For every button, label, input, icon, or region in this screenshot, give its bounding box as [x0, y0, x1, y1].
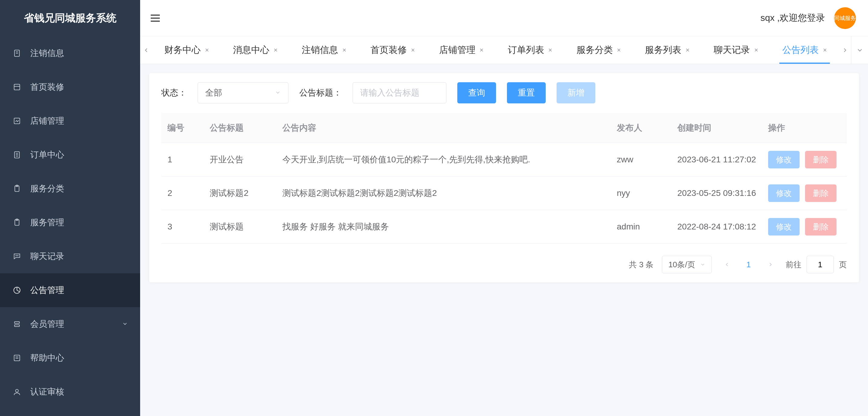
search-button[interactable]: 查询 [457, 82, 496, 103]
sidebar-item[interactable]: 会员管理 [0, 307, 140, 341]
sidebar-item[interactable]: 服务分类 [0, 172, 140, 206]
tab[interactable]: 公告列表× [770, 36, 839, 64]
tab[interactable]: 服务列表× [633, 36, 702, 64]
page-size-text: 10条/页 [668, 259, 695, 270]
tab-label: 公告列表 [782, 44, 819, 56]
main: sqx ,欢迎您登录 同城服务 财务中心×消息中心×注销信息×首页装修×店铺管理… [140, 0, 868, 416]
title-label: 公告标题： [299, 87, 342, 99]
status-select[interactable]: 全部 [198, 82, 288, 103]
cell-publisher[interactable]: zww [611, 143, 671, 177]
clipboard-icon [12, 218, 22, 227]
sidebar-item[interactable]: 帮助中心 [0, 341, 140, 375]
cell-content: 今天开业,到店统一可领价值10元的粽子一个,先到先得,快来抢购吧. [276, 143, 611, 177]
close-icon[interactable]: × [274, 46, 278, 54]
svg-point-16 [18, 255, 18, 256]
title-input[interactable] [360, 88, 439, 98]
goto-label-before: 前往 [786, 260, 801, 269]
status-value: 全部 [205, 87, 222, 99]
tabs-scroll-left[interactable] [140, 36, 152, 64]
tab[interactable]: 服务分类× [564, 36, 633, 64]
close-icon[interactable]: × [685, 46, 689, 54]
sidebar-item-label: 首页装修 [30, 81, 128, 93]
tab-label: 首页装修 [370, 44, 407, 56]
help-icon [12, 353, 22, 363]
th-title: 公告标题 [204, 113, 276, 143]
tabs-bar: 财务中心×消息中心×注销信息×首页装修×店铺管理×订单列表×服务分类×服务列表×… [140, 36, 868, 64]
th-publisher: 发布人 [611, 113, 671, 143]
close-icon[interactable]: × [823, 46, 827, 54]
status-label: 状态： [161, 87, 187, 99]
delete-button[interactable]: 删除 [805, 151, 837, 168]
pagination-total: 共 3 条 [629, 259, 653, 270]
cell-actions: 修改删除 [762, 177, 847, 210]
chart-icon [12, 285, 22, 295]
goto-input[interactable] [807, 256, 834, 273]
tabs-more-menu[interactable] [851, 36, 868, 64]
close-icon[interactable]: × [411, 46, 415, 54]
sidebar-item[interactable]: 公告管理 [0, 273, 140, 307]
sidebar-item-label: 帮助中心 [30, 352, 128, 364]
tab[interactable]: 订单列表× [496, 36, 564, 64]
sidebar: 省钱兄同城服务系统 注销信息首页装修店铺管理订单中心服务分类服务管理聊天记录公告… [0, 0, 140, 416]
sidebar-item-label: 服务管理 [30, 217, 128, 228]
svg-rect-19 [14, 325, 19, 326]
cell-publisher[interactable]: nyy [611, 177, 671, 210]
table-row: 1开业公告今天开业,到店统一可领价值10元的粽子一个,先到先得,快来抢购吧.zw… [161, 143, 847, 177]
svg-point-14 [16, 255, 16, 256]
sidebar-item[interactable]: 聊天记录 [0, 239, 140, 273]
tab-label: 订单列表 [508, 44, 544, 56]
sidebar-item[interactable]: 注销信息 [0, 36, 140, 70]
sidebar-item[interactable]: 认证审核 [0, 375, 140, 409]
app-title: 省钱兄同城服务系统 [0, 0, 140, 36]
sidebar-item[interactable]: 服务管理 [0, 206, 140, 239]
close-icon[interactable]: × [549, 46, 552, 54]
close-icon[interactable]: × [205, 46, 209, 54]
chevron-down-icon [122, 319, 128, 329]
hamburger-icon[interactable] [149, 12, 161, 24]
page-next[interactable] [764, 258, 777, 271]
cell-title: 测试标题 [204, 210, 276, 244]
edit-button[interactable]: 修改 [768, 184, 800, 202]
tab-label: 店铺管理 [439, 44, 475, 56]
close-icon[interactable]: × [342, 46, 346, 54]
tab[interactable]: 消息中心× [221, 36, 290, 64]
sidebar-item[interactable]: 订单中心 [0, 138, 140, 172]
page-number[interactable]: 1 [742, 258, 755, 271]
cell-publisher[interactable]: admin [611, 210, 671, 244]
sidebar-item[interactable]: 店铺管理 [0, 104, 140, 138]
edit-button[interactable]: 修改 [768, 151, 800, 168]
page-prev[interactable] [720, 258, 734, 271]
tab[interactable]: 首页装修× [358, 36, 427, 64]
tab[interactable]: 店铺管理× [427, 36, 496, 64]
th-actions: 操作 [762, 113, 847, 143]
close-icon[interactable]: × [617, 46, 621, 54]
delete-button[interactable]: 删除 [805, 184, 837, 202]
sidebar-item[interactable]: 首页装修 [0, 70, 140, 104]
sidebar-items: 注销信息首页装修店铺管理订单中心服务分类服务管理聊天记录公告管理会员管理帮助中心… [0, 36, 140, 416]
cell-id: 1 [161, 143, 204, 177]
pagination: 共 3 条 10条/页 1 前往 页 [161, 256, 847, 273]
tab[interactable]: 聊天记录× [702, 36, 770, 64]
report-icon [12, 116, 22, 126]
page-size-select[interactable]: 10条/页 [662, 256, 712, 273]
tabs-scroll-right[interactable] [839, 36, 851, 64]
th-content: 公告内容 [276, 113, 611, 143]
tab[interactable]: 财务中心× [152, 36, 221, 64]
page-goto: 前往 页 [786, 256, 847, 273]
doc-icon [12, 48, 22, 58]
close-icon[interactable]: × [754, 46, 758, 54]
tab[interactable]: 注销信息× [290, 36, 358, 64]
delete-button[interactable]: 删除 [805, 218, 837, 236]
cell-id: 2 [161, 177, 204, 210]
close-icon[interactable]: × [480, 46, 484, 54]
avatar[interactable]: 同城服务 [834, 7, 856, 29]
tab-label: 聊天记录 [714, 44, 750, 56]
sidebar-item-label: 注销信息 [30, 47, 128, 59]
th-id: 编号 [161, 113, 204, 143]
add-button[interactable]: 新增 [557, 82, 595, 103]
th-created-at: 创建时间 [671, 113, 762, 143]
edit-button[interactable]: 修改 [768, 218, 800, 236]
sidebar-item-label: 订单中心 [30, 149, 128, 161]
tab-label: 消息中心 [233, 44, 269, 56]
reset-button[interactable]: 重置 [507, 82, 546, 103]
